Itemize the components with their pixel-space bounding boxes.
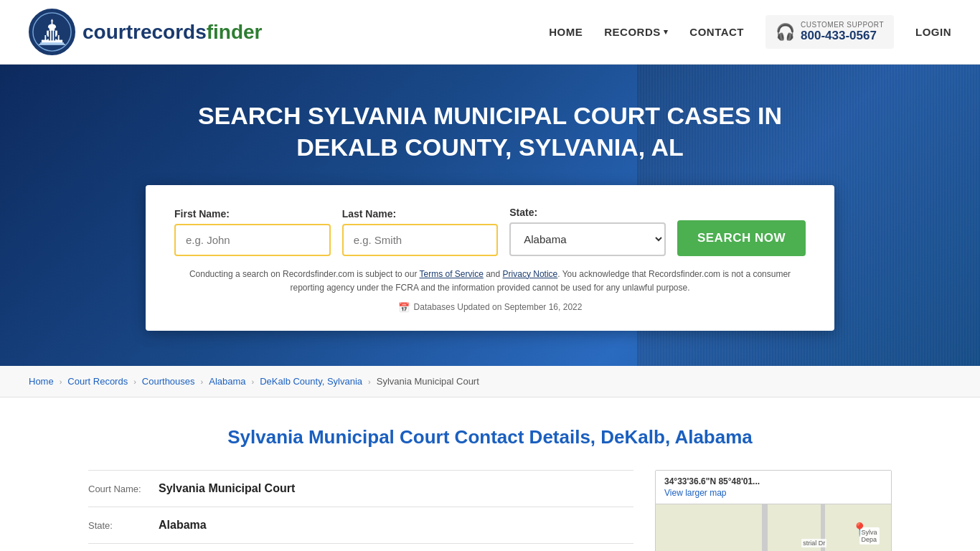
map-container: 34°33'36.6"N 85°48'01... View larger map…: [655, 470, 892, 551]
db-updated-text: Databases Updated on September 16, 2022: [414, 302, 583, 312]
svg-rect-10: [49, 31, 50, 41]
svg-rect-17: [47, 37, 49, 39]
nav-home[interactable]: HOME: [549, 26, 583, 38]
last-name-group: Last Name:: [342, 208, 499, 256]
details-map-row: Court Name: Sylvania Municipal Court Sta…: [88, 470, 892, 551]
map-label-1: strial Dr: [801, 539, 826, 547]
map-visual: strial Dr SylvaDepa Paul's Biker Zo 📍 📍: [656, 504, 891, 551]
sep-1: ›: [60, 377, 62, 386]
svg-rect-6: [52, 22, 53, 27]
calendar-icon: 📅: [398, 302, 410, 313]
headset-icon: 🎧: [776, 23, 795, 42]
svg-rect-15: [40, 42, 64, 44]
search-button[interactable]: SEARCH NOW: [677, 220, 806, 256]
state-select[interactable]: Alabama Alaska Arizona Arkansas Californ…: [509, 222, 666, 256]
support-text: CUSTOMER SUPPORT 800-433-0567: [801, 21, 884, 43]
court-name-label: Court Name:: [88, 484, 153, 494]
map-panel: 34°33'36.6"N 85°48'01... View larger map…: [655, 470, 892, 551]
svg-rect-8: [44, 35, 45, 39]
last-name-label: Last Name:: [342, 208, 499, 220]
view-larger-map-link[interactable]: View larger map: [664, 488, 882, 498]
breadcrumb-home[interactable]: Home: [29, 376, 54, 387]
svg-rect-16: [39, 44, 65, 45]
support-label: CUSTOMER SUPPORT: [801, 21, 884, 29]
state-group: State: Alabama Alaska Arizona Arkansas C…: [509, 207, 666, 256]
first-name-label: First Name:: [174, 208, 331, 220]
main-content: Sylvania Municipal Court Contact Details…: [60, 397, 920, 551]
support-box: 🎧 CUSTOMER SUPPORT 800-433-0567: [765, 15, 894, 49]
hero-title: SEARCH SYLVANIA MUNICIPAL COURT CASES IN…: [167, 100, 813, 163]
svg-rect-11: [52, 31, 53, 41]
first-name-input[interactable]: [174, 224, 331, 256]
terms-link[interactable]: Terms of Service: [420, 269, 484, 279]
logo-circle: [29, 9, 75, 55]
nav-login[interactable]: LOGIN: [915, 26, 951, 38]
logo-area: courtrecordsfinder: [29, 9, 263, 55]
breadcrumb-court-records[interactable]: Court Records: [67, 376, 128, 387]
court-name-value: Sylvania Municipal Court: [159, 482, 295, 495]
state-detail-value: Alabama: [159, 519, 207, 532]
search-card: First Name: Last Name: State: Alabama Al…: [146, 185, 834, 331]
section-title: Sylvania Municipal Court Contact Details…: [88, 426, 892, 448]
state-row: State: Alabama: [88, 507, 633, 544]
breadcrumb-dekalb[interactable]: DeKalb County, Sylvania: [260, 376, 362, 387]
state-label: State:: [509, 207, 666, 218]
logo-text: courtrecordsfinder: [83, 21, 263, 44]
first-name-group: First Name:: [174, 208, 331, 256]
state-detail-label: State:: [88, 520, 153, 531]
breadcrumb: Home › Court Records › Courthouses › Ala…: [0, 366, 980, 397]
nav-contact[interactable]: CONTACT: [689, 26, 744, 38]
sep-3: ›: [201, 377, 204, 386]
sep-2: ›: [133, 377, 136, 386]
site-header: courtrecordsfinder HOME RECORDS ▾ CONTAC…: [0, 0, 980, 65]
chevron-down-icon: ▾: [664, 27, 669, 37]
main-nav: HOME RECORDS ▾ CONTACT 🎧 CUSTOMER SUPPOR…: [549, 15, 951, 49]
svg-rect-12: [54, 31, 55, 41]
support-phone[interactable]: 800-433-0567: [801, 29, 884, 43]
privacy-link[interactable]: Privacy Notice: [503, 269, 558, 279]
breadcrumb-courthouses[interactable]: Courthouses: [142, 376, 195, 387]
map-pin-1: 📍: [852, 522, 867, 537]
last-name-input[interactable]: [342, 224, 499, 256]
breadcrumb-current: Sylvania Municipal Court: [377, 376, 479, 387]
svg-rect-14: [60, 35, 61, 39]
search-fields: First Name: Last Name: State: Alabama Al…: [174, 207, 806, 256]
details-panel: Court Name: Sylvania Municipal Court Sta…: [88, 470, 633, 544]
svg-rect-18: [55, 37, 57, 39]
db-updated: 📅 Databases Updated on September 16, 202…: [174, 302, 806, 313]
sep-4: ›: [252, 377, 255, 386]
disclaimer-text: Conducting a search on Recordsfinder.com…: [174, 268, 806, 295]
map-coords: 34°33'36.6"N 85°48'01...: [664, 476, 882, 486]
hero-section: SEARCH SYLVANIA MUNICIPAL COURT CASES IN…: [0, 65, 980, 366]
court-name-row: Court Name: Sylvania Municipal Court: [88, 470, 633, 507]
breadcrumb-alabama[interactable]: Alabama: [209, 376, 245, 387]
sep-5: ›: [368, 377, 371, 386]
nav-records[interactable]: RECORDS ▾: [604, 26, 668, 38]
map-coords-bar: 34°33'36.6"N 85°48'01... View larger map: [656, 471, 891, 504]
